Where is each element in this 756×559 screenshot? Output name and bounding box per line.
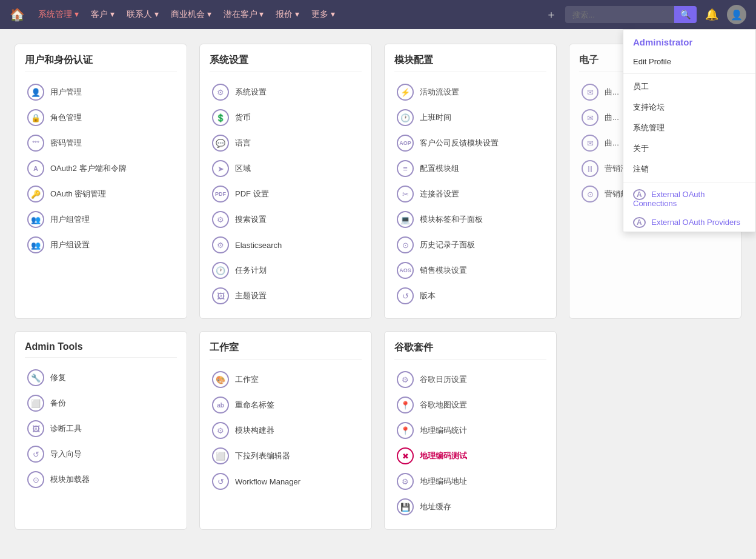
card-google-suite: 谷歌套件 ⚙ 谷歌日历设置 📍 谷歌地图设置 📍 地理编码统计 ✖ 地理编码测试…	[384, 331, 557, 530]
item-system-settings[interactable]: ⚙ 系统设置	[210, 79, 362, 105]
item-address-cache[interactable]: 💾 地址缓存	[394, 494, 546, 520]
item-user-group-management[interactable]: 👥 用户组管理	[25, 207, 177, 232]
aop-icon: AOP	[397, 135, 414, 152]
address-cache-icon: 💾	[397, 498, 414, 515]
history-subpanel-label: 历史记录子面板	[420, 239, 475, 250]
item-aos-settings[interactable]: AOS 销售模块设置	[394, 258, 546, 283]
item-version[interactable]: ↺ 版本	[394, 283, 546, 309]
item-elasticsearch[interactable]: ⚙ Elasticsearch	[210, 232, 362, 258]
item-user-group-settings[interactable]: 👥 用户组设置	[25, 232, 177, 258]
item-language[interactable]: 💬 语言	[210, 130, 362, 156]
item-module-builder[interactable]: ⚙ 模块构建器	[210, 418, 362, 443]
marketing-email-queue-icon: ⊙	[582, 186, 598, 203]
activity-flow-icon: ⚡	[397, 84, 414, 101]
item-role-management[interactable]: 🔒 角色管理	[25, 105, 177, 130]
add-button[interactable]: ＋	[542, 5, 560, 24]
aos-icon: AOS	[397, 262, 414, 279]
item-backup[interactable]: ⬜ 备份	[25, 390, 177, 416]
nav-more[interactable]: 更多 ▾	[305, 9, 341, 20]
item-history-subpanel[interactable]: ⊙ 历史记录子面板	[394, 232, 546, 258]
currency-icon: 💲	[212, 109, 229, 126]
import-wizard-icon: ↺	[27, 446, 44, 463]
theme-settings-label: 主题设置	[235, 290, 267, 301]
dropdown-edit-profile[interactable]: Edit Profile	[623, 52, 755, 71]
role-management-label: 角色管理	[50, 112, 82, 123]
nav-customers[interactable]: 客户 ▾	[85, 9, 121, 20]
item-password-management[interactable]: *** 密码管理	[25, 130, 177, 156]
user-dropdown: Administrator Edit Profile 员工 支持论坛 系统管理 …	[623, 29, 756, 232]
item-connector-settings[interactable]: ✂ 连接器设置	[394, 181, 546, 207]
geocode-stats-label: 地理编码统计	[420, 425, 467, 436]
dropdown-divider-1	[623, 73, 755, 74]
card-system-settings: 系统设置 ⚙ 系统设置 💲 货币 💬 语言 ➤ 区域 PDF PDF 设置 ⚙ …	[199, 44, 372, 319]
aos-label: 销售模块设置	[420, 265, 467, 276]
item-geocode-test[interactable]: ✖ 地理编码测试	[394, 443, 546, 469]
user-management-icon: 👤	[27, 84, 44, 101]
dropdown-support-forum[interactable]: 支持论坛	[623, 97, 755, 118]
item-dropdown-editor[interactable]: ⬜ 下拉列表编辑器	[210, 443, 362, 469]
item-currency[interactable]: 💲 货币	[210, 105, 362, 130]
module-loader-label: 模块加载器	[50, 474, 90, 485]
item-google-maps[interactable]: 📍 谷歌地图设置	[394, 392, 546, 418]
nav-contacts[interactable]: 联系人 ▾	[121, 9, 165, 20]
item-pdf-settings[interactable]: PDF PDF 设置	[210, 181, 362, 207]
item-module-loader[interactable]: ⊙ 模块加载器	[25, 467, 177, 492]
activity-flow-label: 活动流设置	[420, 87, 459, 98]
system-settings-label: 系统设置	[235, 87, 267, 98]
item-studio[interactable]: 🎨 工作室	[210, 367, 362, 392]
item-geocode-stats[interactable]: 📍 地理编码统计	[394, 418, 546, 443]
nav-quotes[interactable]: 报价 ▾	[270, 9, 305, 20]
work-hours-icon: 🕐	[397, 109, 414, 126]
item-import-wizard[interactable]: ↺ 导入向导	[25, 441, 177, 467]
marketing-email-settings-icon: |||	[582, 160, 598, 177]
item-google-calendar[interactable]: ⚙ 谷歌日历设置	[394, 367, 546, 392]
dropdown-about[interactable]: 关于	[623, 138, 755, 159]
region-label: 区域	[235, 163, 251, 174]
item-task-schedule[interactable]: 🕐 任务计划	[210, 258, 362, 283]
backup-label: 备份	[50, 398, 66, 409]
nav-leads[interactable]: 潜在客户 ▾	[217, 9, 270, 20]
navbar: 🏠 系统管理 ▾ 客户 ▾ 联系人 ▾ 商业机会 ▾ 潜在客户 ▾ 报价 ▾ 更…	[0, 0, 756, 29]
dropdown-external-oauth-connections[interactable]: A External OAuth Connections	[623, 185, 755, 213]
search-input[interactable]	[565, 6, 674, 23]
email-2-label: 曲...	[605, 112, 619, 123]
item-work-hours[interactable]: 🕐 上班时间	[394, 105, 546, 130]
item-rename-labels[interactable]: ab 重命名标签	[210, 392, 362, 418]
notifications-button[interactable]: 🔔	[701, 5, 722, 24]
nav-system-admin[interactable]: 系统管理 ▾	[32, 9, 85, 20]
item-region[interactable]: ➤ 区域	[210, 156, 362, 181]
card-studio-title: 工作室	[210, 341, 362, 360]
item-oauth-key[interactable]: 🔑 OAuth 密钥管理	[25, 181, 177, 207]
oauth2-icon: A	[27, 160, 44, 177]
search-button[interactable]: 🔍	[674, 6, 697, 23]
dropdown-external-oauth-providers[interactable]: A External OAuth Providers	[623, 213, 755, 232]
aop-label: 客户公司反馈模块设置	[420, 138, 499, 149]
item-aop-settings[interactable]: AOP 客户公司反馈模块设置	[394, 130, 546, 156]
password-management-icon: ***	[27, 135, 44, 152]
role-management-icon: 🔒	[27, 109, 44, 126]
nav-opportunities[interactable]: 商业机会 ▾	[165, 9, 217, 20]
user-avatar-button[interactable]: 👤	[727, 5, 746, 24]
item-workflow-manager[interactable]: ↺ Workflow Manager	[210, 469, 362, 494]
theme-settings-icon: 🖼	[212, 287, 229, 304]
search-settings-label: 搜索设置	[235, 214, 267, 225]
home-button[interactable]: 🏠	[10, 7, 25, 22]
item-search-settings[interactable]: ⚙ 搜索设置	[210, 207, 362, 232]
item-repair[interactable]: 🔧 修复	[25, 365, 177, 390]
item-theme-settings[interactable]: 🖼 主题设置	[210, 283, 362, 309]
email-2-icon: ✉	[582, 109, 598, 126]
google-calendar-icon: ⚙	[397, 371, 414, 388]
item-diagnostics[interactable]: 🖼 诊断工具	[25, 416, 177, 441]
item-geocode-address[interactable]: ⚙ 地理编码地址	[394, 469, 546, 494]
pdf-settings-icon: PDF	[212, 186, 229, 203]
item-user-management[interactable]: 👤 用户管理	[25, 79, 177, 105]
item-config-module-group[interactable]: ≡ 配置模块组	[394, 156, 546, 181]
user-group-settings-label: 用户组设置	[50, 239, 90, 250]
elasticsearch-label: Elasticsearch	[235, 241, 282, 250]
item-oauth2-clients[interactable]: A OAuth2 客户端和令牌	[25, 156, 177, 181]
item-module-tabs[interactable]: 💻 模块标签和子面板	[394, 207, 546, 232]
item-activity-flow[interactable]: ⚡ 活动流设置	[394, 79, 546, 105]
dropdown-employees[interactable]: 员工	[623, 76, 755, 97]
dropdown-system-admin[interactable]: 系统管理	[623, 118, 755, 138]
dropdown-logout[interactable]: 注销	[623, 159, 755, 179]
